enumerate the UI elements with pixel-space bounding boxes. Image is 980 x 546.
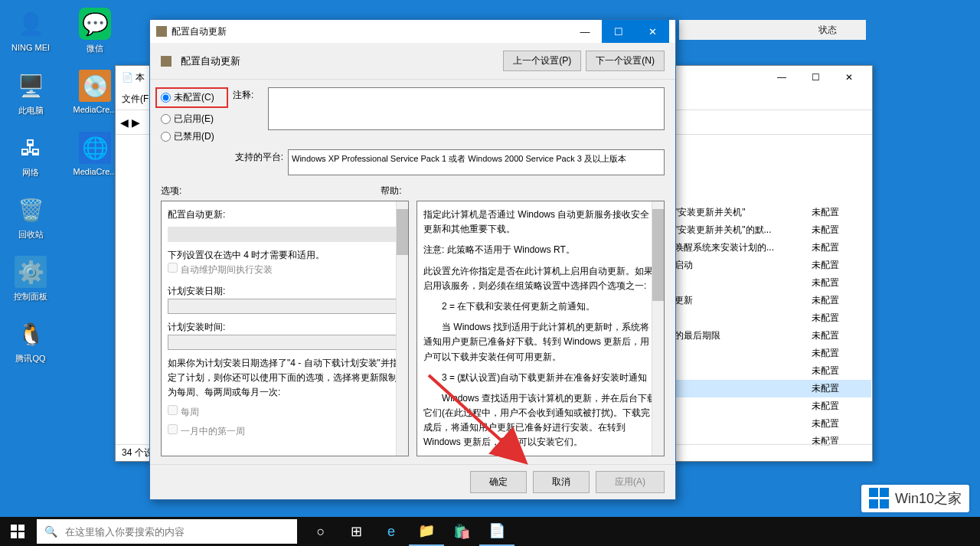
- list-row[interactable]: "安装更新并关机"的默...未配置: [668, 221, 871, 239]
- list-row[interactable]: 未配置: [668, 397, 871, 415]
- store-icon[interactable]: 🛍️: [444, 517, 479, 546]
- watermark-text: Win10之家: [895, 489, 962, 508]
- help-p2: 注意: 此策略不适用于 Windows RT。: [423, 243, 658, 257]
- desktop-icon-wechat[interactable]: 💬微信: [72, 8, 118, 54]
- options-label: 选项:: [161, 185, 181, 198]
- dialog-icon: [156, 26, 167, 37]
- taskbar-search[interactable]: 🔍: [37, 519, 297, 544]
- list-row[interactable]: 未配置: [668, 274, 871, 292]
- win-logo-icon: [869, 488, 890, 509]
- list-row[interactable]: 未配置: [668, 345, 871, 362]
- radio-enabled[interactable]: 已启用(E): [161, 113, 228, 126]
- menu-file[interactable]: 文件(F: [122, 93, 149, 106]
- list-row[interactable]: 未配置: [668, 309, 871, 327]
- desktop-icon-this-pc[interactable]: 🖥️此电脑: [8, 70, 54, 116]
- list-row[interactable]: 更新未配置: [668, 292, 871, 309]
- help-p7: Windows 查找适用于该计算机的更新，并在后台下载它们(在此过程中，用户不会…: [423, 391, 658, 450]
- sched-time-label: 计划安装时间:: [168, 320, 402, 335]
- list-row[interactable]: 未配置: [668, 362, 871, 380]
- list-row[interactable]: 未配置: [668, 380, 871, 397]
- help-scrollbar[interactable]: [652, 201, 664, 456]
- sched-day-dropdown[interactable]: [168, 299, 402, 314]
- nav-fwd-icon[interactable]: ▶: [132, 116, 140, 129]
- help-p6: 3 = (默认设置)自动下载更新并在准备好安装时通知: [423, 371, 658, 385]
- list-header: 状态: [679, 20, 866, 40]
- radio-not-configured[interactable]: 未配置(C): [155, 87, 228, 108]
- minimize-button[interactable]: —: [765, 67, 799, 88]
- header-title: 配置自动更新: [181, 54, 240, 68]
- dialog-minimize-button[interactable]: —: [568, 20, 602, 43]
- desktop-icon-mediacre2[interactable]: 🌐MediaCre...: [72, 132, 118, 178]
- close-button[interactable]: ✕: [832, 67, 866, 88]
- dialog-titlebar: 配置自动更新 — ☐ ✕: [150, 20, 675, 43]
- desktop-icon-control-panel[interactable]: ⚙️控制面板: [8, 256, 54, 302]
- radio-disabled-input[interactable]: [161, 132, 171, 142]
- gpedit-taskbar-icon[interactable]: 📄: [479, 517, 514, 546]
- opt-note2: 如果你为计划安装日期选择了"4 - 自动下载计划安装"并指定了计划，则你还可以使…: [168, 356, 402, 401]
- list-row[interactable]: 启动未配置: [668, 257, 871, 274]
- desktop-icon-mediacre1[interactable]: 💿MediaCre...: [72, 70, 118, 116]
- list-row[interactable]: 未配置: [668, 415, 871, 433]
- help-p4: 2 = 在下载和安装任何更新之前通知。: [423, 299, 658, 314]
- help-pane: 指定此计算机是否通过 Windows 自动更新服务接收安全更新和其他重要下载。 …: [416, 201, 665, 456]
- next-setting-button[interactable]: 下一个设置(N): [586, 51, 665, 71]
- comment-label: 注释:: [233, 87, 263, 130]
- nav-back-icon[interactable]: ◀: [120, 116, 129, 129]
- opt-note: 下列设置仅在选中 4 时才需要和适用。: [168, 248, 402, 263]
- desktop-icon-ningmei[interactable]: 👤NING MEI: [8, 8, 54, 54]
- cortana-icon[interactable]: ○: [303, 517, 338, 546]
- apply-button[interactable]: 应用(A): [596, 471, 665, 493]
- cancel-button[interactable]: 取消: [533, 471, 590, 493]
- dialog-maximize-button[interactable]: ☐: [602, 20, 635, 43]
- search-input[interactable]: [65, 526, 289, 538]
- opt-title: 配置自动更新:: [168, 208, 402, 222]
- options-pane: 配置自动更新: 下列设置仅在选中 4 时才需要和适用。 自动维护期间执行安装 计…: [161, 201, 409, 456]
- prev-setting-button[interactable]: 上一个设置(P): [503, 51, 581, 71]
- supported-text: Windows XP Professional Service Pack 1 或…: [288, 149, 665, 175]
- desktop-icon-recycle[interactable]: 🗑️回收站: [8, 194, 54, 240]
- comment-textarea[interactable]: [268, 87, 665, 130]
- taskbar: 🔍 ○ ⊞ e 📁 🛍️ 📄: [0, 517, 980, 546]
- chk-auto-maint[interactable]: 自动维护期间执行安装: [168, 264, 273, 275]
- list-row[interactable]: "安装更新并关机"未配置: [668, 204, 871, 221]
- chk-firstweek[interactable]: 一月中的第一周: [168, 424, 402, 439]
- sched-time-dropdown[interactable]: [168, 335, 402, 350]
- radio-not-configured-input[interactable]: [161, 93, 171, 103]
- chk-weekly[interactable]: 每周: [168, 405, 402, 420]
- help-p1: 指定此计算机是否通过 Windows 自动更新服务接收安全更新和其他重要下载。: [423, 208, 658, 237]
- watermark: Win10之家: [861, 485, 969, 512]
- ok-button[interactable]: 确定: [470, 471, 527, 493]
- start-button[interactable]: [0, 517, 35, 546]
- radio-disabled[interactable]: 已禁用(D): [161, 130, 228, 143]
- supported-label: 支持的平台:: [161, 149, 283, 164]
- policy-dialog: 配置自动更新 — ☐ ✕ 配置自动更新 上一个设置(P) 下一个设置(N) 未配…: [149, 19, 676, 500]
- opt-dropdown-1[interactable]: [168, 227, 402, 242]
- sched-day-label: 计划安装日期:: [168, 284, 402, 299]
- desktop-icon-network[interactable]: 🖧网络: [8, 132, 54, 178]
- list-row[interactable]: 的最后期限未配置: [668, 327, 871, 345]
- header-icon: [161, 56, 172, 67]
- maximize-button[interactable]: ☐: [799, 67, 832, 88]
- desktop-icons: 👤NING MEI 💬微信 🖥️此电脑 💿MediaCre... 🖧网络 🌐Me…: [8, 8, 118, 365]
- list-row[interactable]: 唤醒系统来安装计划的...未配置: [668, 239, 871, 257]
- options-scrollbar[interactable]: [396, 201, 408, 456]
- search-icon: 🔍: [44, 525, 57, 538]
- dialog-close-button[interactable]: ✕: [635, 20, 669, 43]
- desktop-icon-qq[interactable]: 🐧腾讯QQ: [8, 318, 54, 365]
- help-p3: 此设置允许你指定是否在此计算机上启用自动更新。如果启用该服务，则必须在组策略设置…: [423, 264, 658, 293]
- radio-enabled-input[interactable]: [161, 114, 171, 124]
- explorer-icon[interactable]: 📁: [409, 517, 444, 546]
- help-label: 帮助:: [381, 185, 401, 198]
- state-radios: 未配置(C) 已启用(E) 已禁用(D): [161, 87, 228, 143]
- gpedit-title-icon: 📄: [122, 72, 133, 83]
- help-p5: 当 Windows 找到适用于此计算机的更新时，系统将通知用户更新已准备好下载。…: [423, 320, 658, 365]
- dialog-title-text: 配置自动更新: [172, 25, 227, 38]
- edge-icon[interactable]: e: [374, 517, 409, 546]
- settings-list: "安装更新并关机"未配置"安装更新并关机"的默...未配置唤醒系统来安装计划的.…: [668, 204, 871, 450]
- gpedit-title: 本: [136, 71, 145, 84]
- taskview-icon[interactable]: ⊞: [338, 517, 374, 546]
